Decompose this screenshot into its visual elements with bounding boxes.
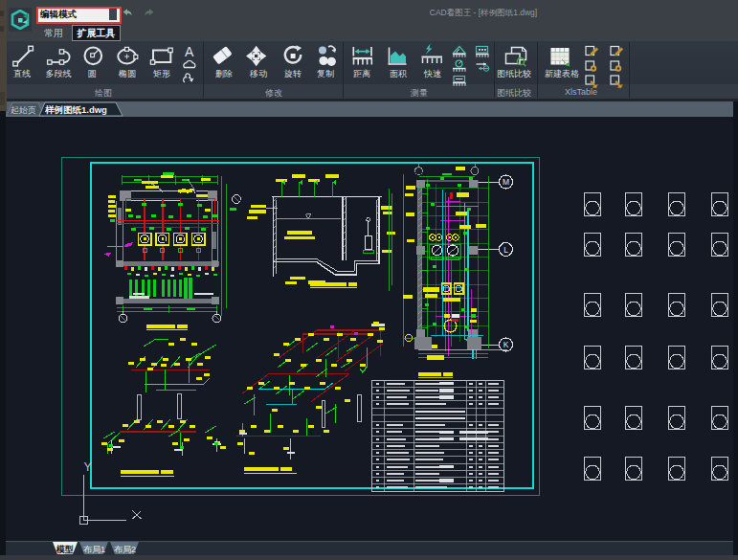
svg-text:L: L (503, 245, 508, 255)
svg-text:A: A (185, 44, 194, 59)
svg-text:Y: Y (83, 460, 92, 474)
svg-text:M: M (503, 177, 509, 187)
svg-text:K: K (503, 340, 509, 349)
